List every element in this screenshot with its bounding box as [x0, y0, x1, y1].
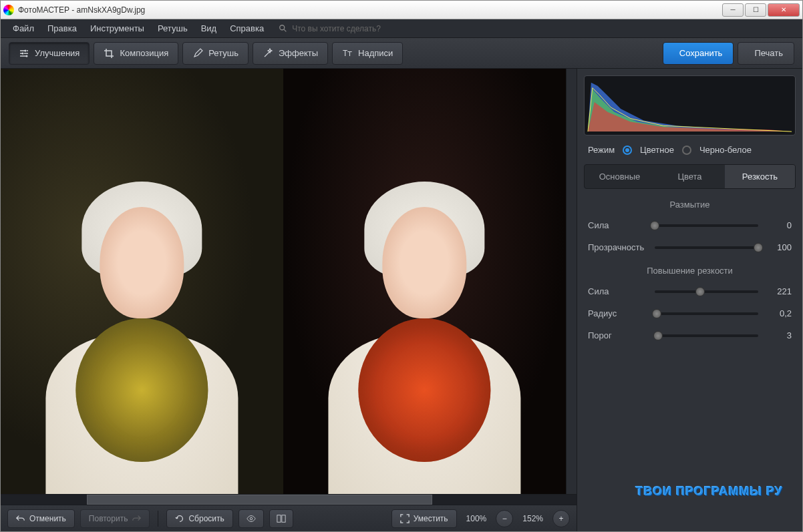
- radio-color[interactable]: [623, 146, 632, 155]
- preview-button[interactable]: [238, 509, 264, 528]
- section-sharpen-title: Повышение резкости: [584, 266, 796, 276]
- zoom-100[interactable]: 100%: [462, 514, 491, 523]
- window-controls: ─ ☐ ✕: [722, 3, 800, 17]
- tab-enhance[interactable]: Улучшения: [9, 42, 90, 65]
- slider-track[interactable]: [655, 312, 758, 315]
- scrollbar-thumb[interactable]: [87, 495, 432, 505]
- watermark: ТВОИ ПРОГРАММЫ РУ: [636, 485, 783, 499]
- slider-label: Сила: [588, 220, 648, 230]
- radio-bw[interactable]: [682, 146, 691, 155]
- slider-label: Прозрачность: [588, 242, 648, 252]
- subtab-colors[interactable]: Цвета: [655, 165, 725, 188]
- portrait-figure: [305, 175, 545, 494]
- slider-track[interactable]: [655, 224, 758, 227]
- slider-track[interactable]: [655, 290, 758, 293]
- tab-label: Эффекты: [279, 48, 318, 58]
- print-button[interactable]: Печать: [738, 42, 794, 65]
- slider-value[interactable]: 0: [765, 220, 792, 230]
- fit-button[interactable]: Уместить: [391, 509, 457, 528]
- slider-threshold: Порог 3: [584, 328, 796, 343]
- toolbar: Улучшения Композиция Ретушь Эффекты Tᴛ Н…: [1, 38, 802, 69]
- portrait-figure: [22, 175, 263, 494]
- slider-label: Радиус: [588, 308, 648, 318]
- slider-label: Сила: [588, 286, 648, 296]
- mode-row: Режим Цветное Черно-белое: [584, 142, 796, 158]
- slider-label: Порог: [588, 330, 648, 340]
- reset-button[interactable]: Сбросить: [166, 509, 232, 528]
- close-button[interactable]: ✕: [768, 3, 800, 17]
- fit-icon: [400, 514, 410, 523]
- svg-point-9: [250, 517, 253, 520]
- menubar: Файл Правка Инструменты Ретушь Вид Справ…: [1, 19, 802, 38]
- svg-point-3: [22, 52, 24, 54]
- vertical-scrollbar[interactable]: [566, 69, 577, 494]
- slider-thumb[interactable]: [653, 331, 663, 340]
- zoom-in-button[interactable]: +: [552, 510, 570, 527]
- bottom-bar: Отменить Повторить Сбросить: [1, 505, 577, 531]
- menu-view[interactable]: Вид: [196, 21, 222, 36]
- content-area: Отменить Повторить Сбросить: [1, 69, 802, 531]
- svg-rect-10: [277, 515, 281, 522]
- redo-button[interactable]: Повторить: [80, 509, 150, 528]
- mode-bw-label[interactable]: Черно-белое: [699, 145, 752, 155]
- menu-file[interactable]: Файл: [7, 21, 39, 36]
- tab-text[interactable]: Tᴛ Надписи: [332, 42, 403, 65]
- image-after: [283, 69, 566, 494]
- slider-track[interactable]: [655, 334, 758, 337]
- slider-value[interactable]: 3: [765, 330, 792, 340]
- slider-thumb[interactable]: [695, 287, 705, 296]
- slider-thumb[interactable]: [650, 221, 659, 230]
- horizontal-scrollbar[interactable]: [1, 495, 577, 505]
- slider-value[interactable]: 100: [765, 242, 792, 252]
- slider-value[interactable]: 221: [765, 286, 792, 296]
- brush-icon: [192, 48, 203, 59]
- search-box[interactable]: Что вы хотите сделать?: [279, 24, 381, 33]
- redo-label: Повторить: [89, 514, 128, 523]
- slider-thumb[interactable]: [652, 309, 661, 318]
- window-title: ФотоМАСТЕР - amNskXA9gDw.jpg: [18, 5, 722, 15]
- histogram[interactable]: [584, 75, 796, 136]
- subtab-sharpness[interactable]: Резкость: [725, 165, 795, 188]
- slider-radius: Радиус 0,2: [584, 306, 796, 321]
- search-placeholder: Что вы хотите сделать?: [292, 24, 381, 33]
- eye-icon: [246, 514, 257, 523]
- svg-text:Tᴛ: Tᴛ: [343, 49, 352, 58]
- compare-button[interactable]: [269, 509, 293, 528]
- slider-value[interactable]: 0,2: [765, 308, 792, 318]
- titlebar: ФотоМАСТЕР - amNskXA9gDw.jpg ─ ☐ ✕: [1, 1, 802, 19]
- mode-color-label[interactable]: Цветное: [640, 145, 674, 155]
- crop-icon: [104, 48, 114, 59]
- search-icon: [279, 24, 288, 33]
- tab-composition[interactable]: Композиция: [94, 42, 178, 65]
- save-button[interactable]: Сохранить: [663, 42, 734, 65]
- horizontal-scrollbar-row: [1, 494, 577, 505]
- wand-icon: [263, 48, 273, 59]
- print-label: Печать: [754, 48, 783, 58]
- canvas-viewport[interactable]: [1, 69, 577, 494]
- subtab-basic[interactable]: Основные: [585, 165, 655, 188]
- undo-icon: [16, 514, 25, 523]
- menu-tools[interactable]: Инструменты: [85, 21, 150, 36]
- sliders-icon: [19, 48, 29, 59]
- undo-button[interactable]: Отменить: [7, 509, 75, 528]
- slider-strength1: Сила 0: [584, 218, 796, 233]
- svg-rect-11: [282, 515, 285, 522]
- zoom-out-button[interactable]: −: [496, 510, 513, 527]
- svg-line-1: [284, 29, 287, 31]
- tab-effects[interactable]: Эффекты: [253, 42, 328, 65]
- menu-edit[interactable]: Правка: [42, 21, 82, 36]
- subtabs: Основные Цвета Резкость: [584, 164, 796, 189]
- redo-icon: [132, 514, 141, 523]
- mode-label: Режим: [588, 145, 615, 155]
- svg-point-4: [26, 55, 28, 57]
- text-icon: Tᴛ: [342, 48, 353, 59]
- menu-help[interactable]: Справка: [224, 21, 269, 36]
- slider-thumb[interactable]: [754, 243, 763, 252]
- app-window: ФотоМАСТЕР - amNskXA9gDw.jpg ─ ☐ ✕ Файл …: [0, 0, 803, 532]
- tab-retouch[interactable]: Ретушь: [182, 42, 249, 65]
- minimize-button[interactable]: ─: [722, 3, 744, 17]
- menu-retouch[interactable]: Ретушь: [152, 21, 193, 36]
- maximize-button[interactable]: ☐: [745, 3, 766, 17]
- slider-track[interactable]: [655, 246, 758, 249]
- reset-label: Сбросить: [188, 514, 224, 523]
